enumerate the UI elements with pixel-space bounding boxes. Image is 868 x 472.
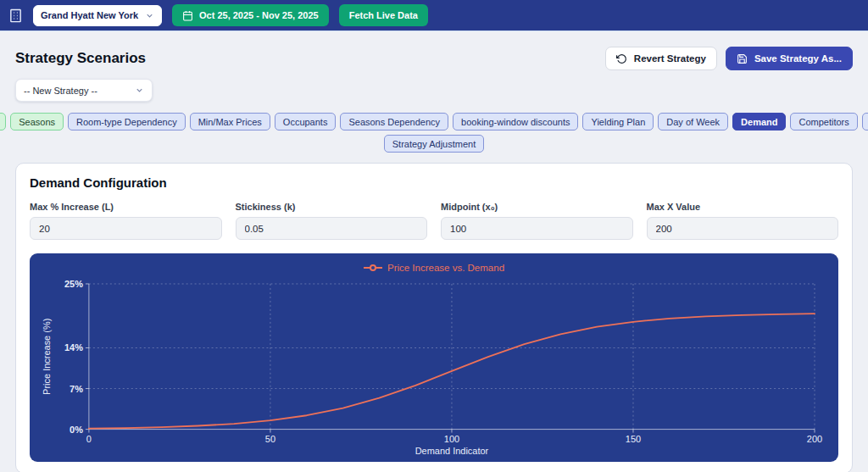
tab-seasons[interactable]: Seasons — [10, 113, 64, 130]
midpoint-input[interactable] — [441, 217, 633, 240]
tab-competitors[interactable]: Competitors — [790, 113, 857, 130]
field-label: Max % Increase (L) — [30, 202, 222, 212]
save-strategy-button[interactable]: Save Strategy As... — [726, 47, 853, 70]
svg-text:25%: 25% — [64, 279, 83, 289]
field-max-x-value: Max X Value — [647, 202, 839, 240]
date-range-button[interactable]: Oct 25, 2025 - Nov 25, 2025 — [172, 4, 329, 26]
svg-text:14%: 14% — [64, 342, 83, 353]
tab-row-2: Strategy Adjustment — [15, 135, 853, 153]
field-label: Max X Value — [647, 202, 839, 212]
tab-demand[interactable]: Demand — [732, 113, 786, 130]
strategy-select-value: -- New Strategy -- — [24, 86, 97, 96]
top-navbar: Grand Hyatt New York Oct 25, 2025 - Nov … — [0, 0, 868, 31]
chevron-down-icon — [145, 11, 154, 20]
svg-text:50: 50 — [265, 434, 275, 444]
field-label: Stickiness (k) — [236, 202, 428, 212]
demand-chart-panel: Price Increase vs. Demand 0501001502000%… — [30, 253, 838, 462]
svg-text:Demand Indicator: Demand Indicator — [415, 446, 489, 456]
revert-strategy-label: Revert Strategy — [634, 53, 706, 64]
revert-strategy-button[interactable]: Revert Strategy — [605, 47, 717, 70]
config-fields: Max % Increase (L) Stickiness (k) Midpoi… — [30, 202, 838, 240]
svg-text:Price Increase (%): Price Increase (%) — [42, 319, 52, 395]
tab-booking-window-discounts[interactable]: booking-window discounts — [453, 113, 578, 130]
legend-label: Price Increase vs. Demand — [387, 263, 504, 273]
tab-row-1: RoomsSeasonsRoom-type DependencyMin/Max … — [15, 113, 853, 130]
tab-seasons-dependency[interactable]: Seasons Dependency — [340, 113, 448, 130]
page-title: Strategy Scenarios — [15, 50, 146, 67]
tab-budget[interactable]: Budget — [862, 113, 868, 130]
building-icon — [8, 8, 23, 23]
field-stickiness: Stickiness (k) — [236, 202, 428, 240]
legend-line-marker-icon — [364, 264, 382, 271]
card-title: Demand Configuration — [30, 175, 838, 190]
stickiness-input[interactable] — [236, 217, 428, 240]
tab-day-of-week[interactable]: Day of Week — [658, 113, 728, 130]
svg-text:100: 100 — [444, 434, 459, 444]
calendar-icon — [182, 10, 193, 21]
tab-strategy-adjustment[interactable]: Strategy Adjustment — [384, 135, 484, 153]
field-max-increase: Max % Increase (L) — [30, 202, 222, 240]
hotel-select-value: Grand Hyatt New York — [41, 10, 138, 20]
svg-text:150: 150 — [626, 434, 641, 444]
max-increase-input[interactable] — [30, 217, 222, 240]
strategy-tabs: RoomsSeasonsRoom-type DependencyMin/Max … — [15, 113, 853, 153]
tab-min-max-prices[interactable]: Min/Max Prices — [190, 113, 270, 130]
fetch-live-data-button[interactable]: Fetch Live Data — [339, 4, 428, 26]
svg-text:0%: 0% — [70, 425, 83, 435]
tab-rooms[interactable]: Rooms — [0, 113, 6, 130]
chevron-down-icon — [135, 86, 144, 95]
demand-configuration-card: Demand Configuration Max % Increase (L) … — [15, 163, 853, 472]
tab-occupants[interactable]: Occupants — [275, 113, 337, 130]
field-midpoint: Midpoint (x₀) — [441, 202, 633, 240]
save-icon — [737, 53, 748, 64]
undo-icon — [616, 53, 627, 64]
max-x-value-input[interactable] — [647, 217, 839, 240]
field-label: Midpoint (x₀) — [441, 202, 633, 212]
price-increase-vs-demand-chart: 0501001502000%7%14%25%Demand IndicatorPr… — [40, 275, 828, 457]
hotel-select[interactable]: Grand Hyatt New York — [33, 5, 162, 26]
strategy-select[interactable]: -- New Strategy -- — [15, 79, 153, 102]
page-content: Strategy Scenarios Revert Strategy — [0, 31, 868, 472]
chart-legend[interactable]: Price Increase vs. Demand — [40, 260, 828, 275]
tab-yielding-plan[interactable]: Yielding Plan — [582, 113, 654, 130]
date-range-label: Oct 25, 2025 - Nov 25, 2025 — [199, 10, 319, 20]
save-strategy-label: Save Strategy As... — [754, 53, 842, 64]
svg-text:200: 200 — [807, 434, 822, 444]
svg-text:0: 0 — [86, 434, 92, 444]
tab-room-type-dependency[interactable]: Room-type Dependency — [68, 113, 186, 130]
svg-text:7%: 7% — [70, 384, 83, 394]
